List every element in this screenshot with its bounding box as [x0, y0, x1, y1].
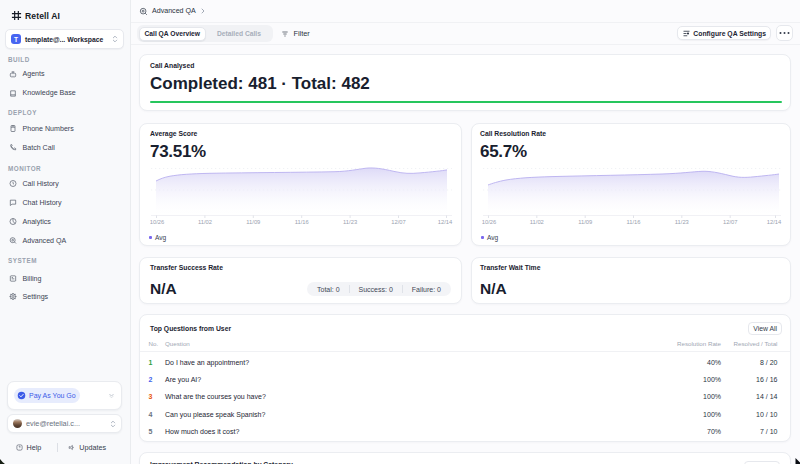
svg-text:12/14: 12/14: [438, 219, 453, 225]
svg-text:12/07: 12/07: [391, 219, 406, 225]
svg-text:11/02: 11/02: [198, 219, 212, 225]
svg-text:11/23: 11/23: [675, 219, 689, 225]
svg-text:10/26: 10/26: [482, 219, 496, 225]
svg-text:11/23: 11/23: [343, 219, 357, 225]
svg-text:11/02: 11/02: [530, 219, 544, 225]
svg-text:11/16: 11/16: [295, 219, 309, 225]
svg-text:10/26: 10/26: [150, 219, 164, 225]
svg-text:12/14: 12/14: [767, 219, 782, 225]
svg-text:11/09: 11/09: [246, 219, 260, 225]
svg-text:12/07: 12/07: [723, 219, 738, 225]
svg-text:11/16: 11/16: [626, 219, 640, 225]
svg-text:11/09: 11/09: [578, 219, 592, 225]
